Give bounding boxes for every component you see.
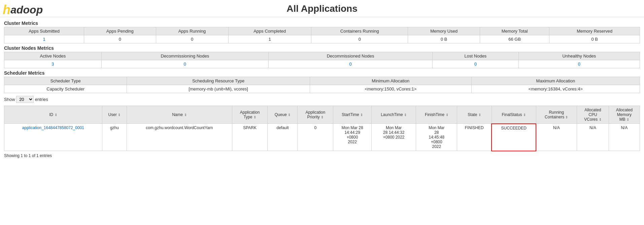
- scheduler-metrics-table: Scheduler Type Scheduling Resource Type …: [4, 77, 640, 93]
- cell-finish-time: Mon Mar2814:45:48+08002022: [416, 124, 457, 151]
- col-finish-time[interactable]: FinishTime ⇕: [416, 106, 457, 124]
- col-apps-pending: Apps Pending: [84, 27, 156, 35]
- cell-state: FINISHED: [457, 124, 492, 151]
- val-apps-running: 0: [156, 35, 228, 43]
- val-memory-used: 0 B: [408, 35, 480, 43]
- cluster-nodes-title: Cluster Nodes Metrics: [4, 45, 640, 51]
- sort-icon-queue: ⇕: [288, 113, 291, 117]
- entries-label: entries: [35, 97, 48, 102]
- col-apps-running: Apps Running: [156, 27, 228, 35]
- cluster-metrics-table: Apps Submitted Apps Pending Apps Running…: [4, 27, 640, 43]
- show-entries-control: Show 10 20 50 100 entries: [4, 96, 640, 103]
- logo-h: h: [3, 3, 10, 17]
- val-memory-reserved: 0 B: [549, 35, 640, 43]
- page-title: All Applications: [0, 3, 644, 14]
- col-apps-completed: Apps Completed: [228, 27, 311, 35]
- col-app-priority[interactable]: ApplicationPriority ⇕: [298, 106, 333, 124]
- page-header: All Applications: [0, 0, 644, 17]
- col-apps-submitted: Apps Submitted: [4, 27, 84, 35]
- col-memory-reserved: Memory Reserved: [549, 27, 640, 35]
- col-containers-running: Containers Running: [311, 27, 408, 35]
- col-allocated-memory[interactable]: AllocatedMemoryMB ⇕: [609, 106, 640, 124]
- col-user[interactable]: User ⇕: [102, 106, 127, 124]
- val-active-nodes: 3: [4, 60, 102, 68]
- col-min-allocation: Minimum Allocation: [310, 77, 471, 85]
- entries-select[interactable]: 10 20 50 100: [16, 96, 34, 103]
- val-decommissioning-nodes: 0: [101, 60, 268, 68]
- val-memory-total: 66 GB: [480, 35, 549, 43]
- sort-icon-user: ⇕: [118, 113, 121, 117]
- col-launch-time[interactable]: LaunchTime ⇕: [371, 106, 416, 124]
- logo-adoop: adoop: [10, 4, 43, 16]
- cluster-metrics-title: Cluster Metrics: [4, 21, 640, 26]
- cell-id: application_1648447858072_0001: [4, 124, 102, 151]
- sort-icon-start-time: ⇕: [360, 113, 363, 117]
- cell-final-status: SUCCEEDED: [492, 124, 536, 151]
- scheduler-metrics-title: Scheduler Metrics: [4, 70, 640, 76]
- col-scheduling-resource-type: Scheduling Resource Type: [127, 77, 310, 85]
- sort-icon-id: ⇕: [55, 113, 57, 117]
- val-apps-submitted: 1: [4, 35, 84, 43]
- col-allocated-cpu[interactable]: AllocatedCPUVCores ⇕: [577, 106, 609, 124]
- sort-icon-priority: ⇕: [321, 115, 324, 119]
- table-row: application_1648447858072_0001 gzhu com.…: [4, 124, 640, 151]
- val-unhealthy-nodes: 0: [518, 60, 640, 68]
- col-decommissioned-nodes: Decommissioned Nodes: [269, 52, 433, 60]
- sort-icon-finish-time: ⇕: [446, 113, 448, 117]
- col-app-type[interactable]: ApplicationType ⇕: [232, 106, 268, 124]
- col-memory-used: Memory Used: [408, 27, 480, 35]
- col-max-allocation: Maximum Allocation: [471, 77, 640, 85]
- col-final-status[interactable]: FinalStatus ⇕: [492, 106, 536, 124]
- app-id-link[interactable]: application_1648447858072_0001: [22, 125, 84, 130]
- cluster-nodes-table: Active Nodes Decommissioning Nodes Decom…: [4, 52, 640, 68]
- col-state[interactable]: State ⇕: [457, 106, 492, 124]
- cell-app-type: SPARK: [232, 124, 268, 151]
- col-queue[interactable]: Queue ⇕: [268, 106, 298, 124]
- sort-icon-running-containers: ⇕: [565, 115, 568, 119]
- cell-allocated-cpu: N/A: [577, 124, 609, 151]
- col-scheduler-type: Scheduler Type: [4, 77, 127, 85]
- cell-priority: 0: [298, 124, 333, 151]
- applications-table: ID ⇕ User ⇕ Name ⇕ ApplicationType ⇕ Que…: [4, 106, 640, 151]
- sort-icon-allocated-memory: ⇕: [626, 118, 629, 121]
- sort-icon-name: ⇕: [184, 113, 187, 117]
- col-running-containers[interactable]: RunningContainers ⇕: [536, 106, 577, 124]
- val-scheduler-type: Capacity Scheduler: [4, 85, 127, 93]
- col-active-nodes: Active Nodes: [4, 52, 102, 60]
- cell-start-time: Mon Mar 2814:44:29+08002022: [333, 124, 372, 151]
- show-label: Show: [4, 97, 16, 102]
- sort-icon-launch-time: ⇕: [404, 113, 407, 117]
- val-decommissioned-nodes: 0: [269, 60, 433, 68]
- col-unhealthy-nodes: Unhealthy Nodes: [518, 52, 640, 60]
- sort-icon-app-type: ⇕: [253, 115, 256, 119]
- cell-launch-time: Mon Mar28 14:44:32+0800 2022: [371, 124, 416, 151]
- sort-icon-allocated-cpu: ⇕: [599, 118, 602, 121]
- col-lost-nodes: Lost Nodes: [433, 52, 518, 60]
- col-memory-total: Memory Total: [480, 27, 549, 35]
- val-scheduling-resource-type: [memory-mb (unit=Mi), vcores]: [127, 85, 310, 93]
- cell-running-containers: N/A: [536, 124, 577, 151]
- cell-user: gzhu: [102, 124, 127, 151]
- sort-icon-state: ⇕: [478, 113, 481, 117]
- hadoop-logo: h adoop: [3, 3, 43, 17]
- val-lost-nodes: 0: [433, 60, 518, 68]
- val-containers-running: 0: [311, 35, 408, 43]
- col-id[interactable]: ID ⇕: [4, 106, 102, 124]
- cell-queue: default: [268, 124, 298, 151]
- col-start-time[interactable]: StartTime ⇕: [333, 106, 372, 124]
- cell-name: com.gzhu.wordcount.WordCountYarn: [127, 124, 232, 151]
- cell-allocated-memory: N/A: [609, 124, 640, 151]
- val-max-allocation: <memory:16384, vCores:4>: [471, 85, 640, 93]
- col-decommissioning-nodes: Decommissioning Nodes: [101, 52, 268, 60]
- val-apps-completed: 1: [228, 35, 311, 43]
- col-name[interactable]: Name ⇕: [127, 106, 232, 124]
- sort-icon-final-status: ⇕: [523, 113, 526, 117]
- val-apps-pending: 0: [84, 35, 156, 43]
- val-min-allocation: <memory:1500, vCores:1>: [310, 85, 471, 93]
- footer-entries: Showing 1 to 1 of 1 entries: [4, 153, 640, 158]
